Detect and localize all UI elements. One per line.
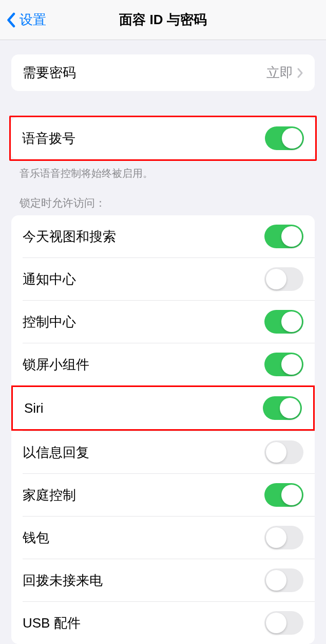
toggle-knob [266, 442, 286, 463]
content-area: 需要密码 立即 语音拨号 音乐语音控制将始终被启用。 锁定时允许访问： 今天视图… [0, 40, 326, 644]
lock-access-row: 家庭控制 [23, 473, 315, 516]
lock-access-row: 通知中心 [23, 257, 315, 300]
lock-access-row: USB 配件 [23, 601, 315, 644]
toggle-knob [282, 128, 302, 149]
row-value-wrap: 立即 [266, 64, 303, 82]
lock-access-label: 锁屏小组件 [23, 356, 89, 374]
toggle-knob [266, 613, 286, 633]
lock-access-toggle[interactable] [264, 611, 303, 635]
lock-access-row: 钱包 [23, 516, 315, 559]
lock-access-row: Siri [11, 385, 315, 431]
toggle-knob [266, 527, 286, 548]
voice-dial-group: 语音拨号 [11, 117, 315, 159]
toggle-knob [266, 269, 286, 289]
lock-access-toggle[interactable] [264, 568, 303, 592]
lock-access-toggle[interactable] [264, 310, 303, 334]
lock-access-label: 以信息回复 [23, 444, 89, 462]
toggle-knob [281, 311, 302, 332]
lock-access-toggle[interactable] [264, 267, 303, 291]
lock-access-label: Siri [24, 400, 44, 416]
lock-access-row: 以信息回复 [23, 431, 315, 473]
toggle-knob [266, 570, 286, 591]
passcode-group: 需要密码 立即 [11, 54, 315, 91]
toggle-knob [281, 226, 302, 247]
back-label: 设置 [20, 11, 46, 29]
lock-access-header: 锁定时允许访问： [0, 180, 326, 215]
lock-access-label: 通知中心 [23, 270, 76, 288]
require-passcode-value: 立即 [266, 64, 293, 82]
voice-dial-footer: 音乐语音控制将始终被启用。 [0, 161, 326, 180]
toggle-knob [280, 398, 300, 418]
toggle-knob [281, 485, 302, 505]
lock-access-row: 控制中心 [23, 300, 315, 343]
require-passcode-label: 需要密码 [23, 64, 76, 82]
chevron-right-icon [297, 68, 303, 78]
lock-access-label: 控制中心 [23, 313, 76, 331]
navigation-header: 设置 面容 ID 与密码 [0, 0, 326, 40]
lock-access-row: 回拨未接来电 [23, 559, 315, 601]
page-title: 面容 ID 与密码 [119, 11, 206, 29]
lock-access-label: 钱包 [23, 529, 49, 547]
lock-access-toggle[interactable] [264, 526, 303, 549]
require-passcode-row[interactable]: 需要密码 立即 [11, 54, 315, 91]
lock-access-row: 今天视图和搜索 [11, 215, 315, 257]
lock-access-toggle[interactable] [264, 440, 303, 464]
lock-access-toggle[interactable] [263, 396, 302, 420]
lock-access-label: 今天视图和搜索 [23, 228, 116, 246]
voice-dial-highlight: 语音拨号 [9, 116, 317, 161]
chevron-left-icon [6, 12, 15, 28]
voice-dial-row: 语音拨号 [11, 117, 315, 159]
lock-access-label: 回拨未接来电 [23, 572, 103, 590]
voice-dial-label: 语音拨号 [22, 130, 75, 148]
lock-access-toggle[interactable] [264, 483, 303, 507]
lock-access-row: 锁屏小组件 [23, 343, 315, 385]
back-button[interactable]: 设置 [0, 11, 46, 29]
lock-access-group: 今天视图和搜索通知中心控制中心锁屏小组件Siri以信息回复家庭控制钱包回拨未接来… [11, 215, 315, 644]
lock-access-label: USB 配件 [23, 614, 81, 632]
lock-access-label: 家庭控制 [23, 486, 76, 504]
lock-access-toggle[interactable] [264, 353, 303, 376]
lock-access-toggle[interactable] [264, 225, 303, 248]
voice-dial-toggle[interactable] [265, 126, 304, 150]
toggle-knob [281, 354, 302, 375]
